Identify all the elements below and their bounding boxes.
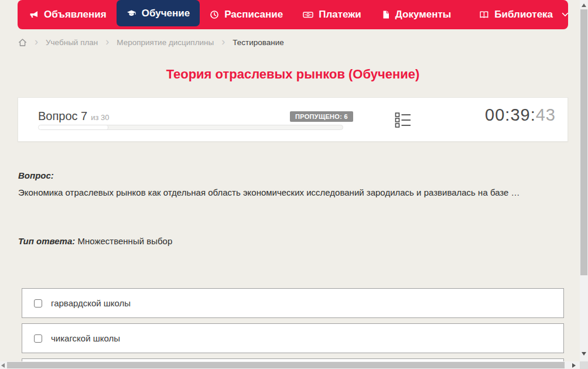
- nav-item-learning[interactable]: Обучение: [117, 0, 200, 26]
- breadcrumb-separator: ›: [35, 36, 38, 47]
- nav-item-label: Документы: [395, 9, 452, 20]
- vertical-scrollbar-thumb[interactable]: [580, 9, 587, 275]
- question-number-label: Вопрос 7: [38, 110, 87, 122]
- scroll-down-arrow-icon[interactable]: [582, 352, 586, 356]
- breadcrumb-item-discipline-event[interactable]: Мероприятие дисциплины: [117, 38, 214, 47]
- megaphone-icon: [29, 10, 39, 19]
- breadcrumb-item-curriculum[interactable]: Учебный план: [46, 38, 98, 47]
- nav-item-documents[interactable]: Документы: [371, 0, 461, 29]
- scroll-right-arrow-icon[interactable]: [572, 363, 576, 368]
- nav-item-library[interactable]: Библиотека: [469, 0, 579, 29]
- answer-checkbox-1[interactable]: [34, 299, 42, 308]
- nav-item-payments[interactable]: Платежи: [293, 0, 371, 29]
- question-prompt-label: Вопрос:: [18, 170, 54, 180]
- scroll-left-arrow-icon[interactable]: [1, 363, 5, 368]
- answer-type-value: Множественный выбор: [77, 236, 172, 246]
- timer: 00:39:43: [485, 105, 556, 125]
- quiz-page: Объявления Обучение Расписание: [0, 0, 588, 369]
- clock-icon: [210, 10, 219, 19]
- question-header-card: Вопрос 7из 30 ПРОПУЩЕНО: 6 00:39:43: [18, 97, 568, 142]
- question-number: Вопрос 7из 30: [38, 110, 110, 123]
- answer-option-1[interactable]: гарвардской школы: [22, 288, 564, 318]
- answer-option-label: чикагской школы: [51, 333, 120, 343]
- timer-minutes: 00:39:: [485, 105, 536, 124]
- nav-item-announcements[interactable]: Объявления: [19, 0, 117, 29]
- nav-item-label: Обучение: [142, 8, 190, 19]
- progress-fill: [39, 125, 108, 129]
- nav-item-label: Расписание: [224, 9, 283, 20]
- nav-item-label: Объявления: [44, 9, 107, 20]
- banknote-icon: [303, 10, 313, 19]
- open-book-icon: [479, 10, 489, 19]
- horizontal-scrollbar[interactable]: [0, 361, 580, 369]
- answer-type-row: Тип ответа: Множественный выбор: [18, 236, 172, 246]
- answer-option-label: гарвардской школы: [51, 298, 131, 308]
- progress-bar: [38, 125, 343, 130]
- answer-type-label: Тип ответа:: [18, 236, 75, 246]
- nav-item-schedule[interactable]: Расписание: [200, 0, 293, 29]
- breadcrumb-separator: ›: [105, 36, 109, 47]
- horizontal-scrollbar-thumb[interactable]: [7, 362, 565, 368]
- main-nav: Объявления Обучение Расписание: [18, 0, 568, 29]
- timer-seconds: 43: [536, 105, 556, 124]
- breadcrumb-separator: ›: [221, 36, 225, 47]
- chevron-down-icon: [562, 12, 569, 17]
- breadcrumb-item-testing: Тестирование: [233, 38, 284, 47]
- answer-option-2[interactable]: чикагской школы: [22, 323, 564, 353]
- page-title: Теория отраслевых рынков (Обучение): [18, 67, 568, 82]
- home-icon[interactable]: [18, 38, 27, 47]
- scroll-up-arrow-icon[interactable]: [582, 4, 586, 7]
- vertical-scrollbar[interactable]: [580, 0, 588, 361]
- question-total-label: из 30: [91, 113, 109, 122]
- nav-item-label: Платежи: [319, 9, 361, 20]
- document-icon: [381, 10, 390, 19]
- question-list-icon[interactable]: [395, 112, 411, 128]
- question-text: Экономика отраслевых рынков как отдельна…: [18, 185, 562, 200]
- graduation-cap-icon: [127, 9, 136, 18]
- skipped-badge: ПРОПУЩЕНО: 6: [290, 111, 353, 122]
- answer-checkbox-2[interactable]: [34, 334, 42, 343]
- scrollbar-corner: [580, 361, 588, 369]
- nav-item-label: Библиотека: [494, 9, 553, 20]
- breadcrumb: › Учебный план › Мероприятие дисциплины …: [18, 35, 284, 49]
